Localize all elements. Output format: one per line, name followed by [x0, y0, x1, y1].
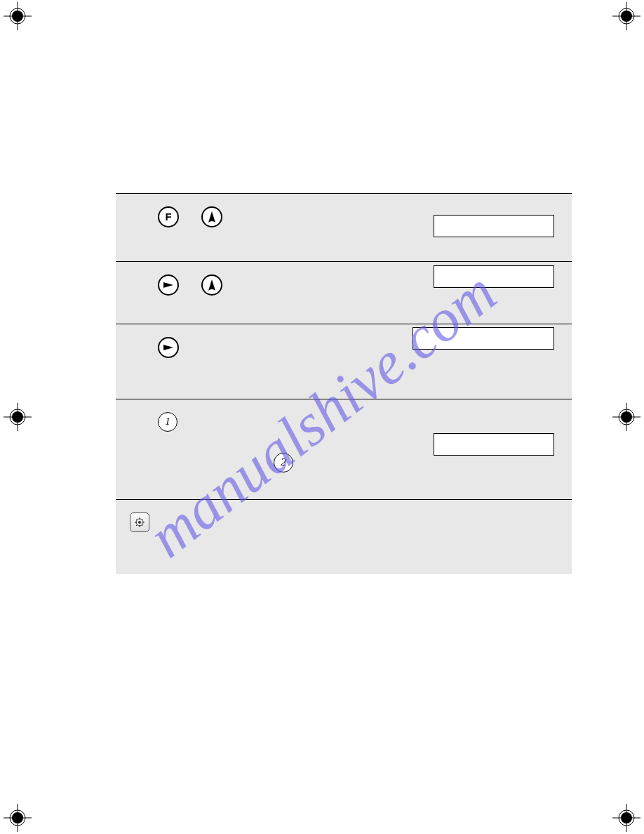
instruction-row-2 [116, 262, 572, 324]
crop-mark-br [612, 804, 640, 832]
svg-point-6 [621, 11, 632, 22]
crop-mark-bl [4, 804, 32, 832]
crop-mark-tl [4, 2, 32, 30]
f-button-icon [158, 206, 179, 227]
right-arrow-button-icon [158, 274, 179, 296]
right-arrow-button-icon [158, 337, 179, 358]
svg-point-10 [12, 812, 23, 823]
svg-line-32 [136, 519, 137, 520]
settings-button-icon [130, 512, 149, 532]
svg-point-27 [138, 521, 141, 524]
display-field-3 [412, 327, 554, 350]
display-field-2 [434, 265, 554, 288]
instruction-row-1 [116, 194, 572, 262]
crop-mark-tr [612, 2, 640, 30]
step-1-icon: 1 [158, 412, 177, 432]
svg-line-34 [136, 524, 137, 526]
instruction-row-5 [116, 500, 572, 574]
svg-point-22 [621, 411, 632, 423]
up-button-icon [201, 274, 222, 296]
step-2-icon: 2 [274, 453, 293, 472]
svg-marker-24 [163, 282, 173, 288]
instruction-row-3 [116, 324, 572, 399]
svg-point-14 [621, 812, 632, 823]
crop-mark-mr [612, 403, 640, 431]
svg-line-35 [142, 519, 143, 520]
manual-instruction-panel: 1 2 [116, 193, 572, 574]
svg-marker-25 [163, 345, 173, 350]
svg-point-18 [12, 411, 23, 423]
svg-point-2 [12, 11, 23, 22]
up-button-icon [201, 206, 222, 227]
crop-mark-ml [4, 403, 32, 431]
display-field-4 [434, 433, 554, 456]
display-field-1 [434, 215, 554, 237]
instruction-row-4: 1 2 [116, 399, 572, 500]
svg-line-33 [142, 524, 143, 526]
